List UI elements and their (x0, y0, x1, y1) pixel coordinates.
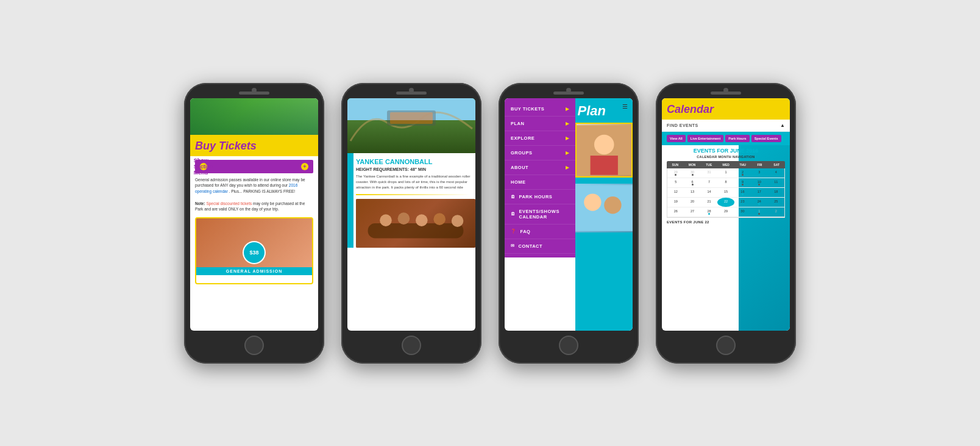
phone1-price-image: $38 (196, 218, 312, 267)
phone3-nav-contact[interactable]: ✉ CONTACT (505, 239, 575, 254)
phone-4-screen: Calendar FIND EVENTS ▲ View All Live Ent… (662, 98, 790, 331)
phone3-nav-buy-tickets[interactable]: BUY TICKETS ▶ (505, 102, 575, 117)
cal-cell[interactable]: 3 (751, 168, 767, 178)
phone1-price-card: $38 GENERAL ADMISSION (195, 217, 313, 284)
phone3-nav-home[interactable]: HOME (505, 175, 575, 190)
cal-cell[interactable]: 31 (701, 168, 717, 178)
cal-cell[interactable]: 13 (684, 188, 700, 197)
cal-cell[interactable]: 11 (768, 178, 784, 187)
cal-cell[interactable]: 27 (684, 207, 700, 217)
phone3-nav-park-hours[interactable]: 🗓 PARK HOURS (505, 190, 575, 204)
cal-cell[interactable]: 1 (717, 168, 734, 178)
phone3-nav-plan[interactable]: PLAN ▶ (505, 117, 575, 131)
phone-2: YANKEE CANNONBALL HEIGHT REQUIREMENTS: 4… (341, 83, 481, 364)
phone3-nav-faq[interactable]: ❓ FAQ (505, 225, 575, 239)
cal-cell[interactable]: 4 (768, 168, 784, 178)
cal-cell[interactable]: 10 (751, 178, 767, 187)
svg-rect-2 (368, 223, 464, 239)
cal-cell[interactable]: 15 (717, 188, 734, 197)
phone4-filter-park-hours[interactable]: Park Hours (725, 135, 749, 142)
phone4-content: Calendar FIND EVENTS ▲ View All Live Ent… (662, 98, 790, 225)
svg-point-12 (584, 193, 601, 210)
events-calendar-icon: 🗓 (511, 212, 516, 216)
phone3-nav-events-calendar[interactable]: 🗓 EVENTS/SHOWS CALENDAR (505, 204, 575, 225)
phone4-filter-buttons: View All Live Entertainment Park Hours S… (662, 132, 790, 145)
cal-cell[interactable]: 17 (751, 188, 767, 197)
phone4-events-for-label: EVENTS FOR JUNE 22 (662, 218, 790, 225)
cal-cell[interactable]: 30 (734, 207, 751, 217)
svg-rect-1 (390, 112, 433, 124)
cal-cell[interactable]: 25 (768, 198, 784, 207)
cal-cell[interactable]: 24 (751, 198, 767, 207)
phone1-price-circle: $38 (243, 241, 266, 264)
phone4-cal-nav-label: CALENDAR MONTH NAVIGATION (662, 155, 790, 161)
phone4-home-button[interactable] (716, 336, 736, 355)
phone-camera-1 (252, 88, 257, 93)
phone2-home-button[interactable] (402, 336, 421, 355)
phone4-calendar: SUN MON TUE WED THU FRI SAT 29 (667, 161, 785, 218)
cal-cell[interactable]: 8 (717, 178, 734, 187)
phone1-discounted-tickets-link[interactable]: Special discounted tickets (206, 201, 252, 206)
cal-cell[interactable]: 12 (667, 188, 684, 197)
contact-icon: ✉ (511, 243, 515, 248)
phone1-section-menu-btn[interactable]: Show Section Menu + (195, 160, 313, 173)
cal-cell[interactable]: 14 (701, 188, 717, 197)
svg-point-6 (433, 213, 446, 225)
phone1-admission-label: GENERAL ADMISSION (196, 267, 312, 275)
cal-cell[interactable]: 23 (734, 198, 751, 207)
svg-point-13 (604, 196, 621, 214)
cal-cell[interactable]: 9 (734, 178, 751, 187)
cal-cell[interactable]: 19 (667, 198, 684, 207)
phone4-calendar-header: SUN MON TUE WED THU FRI SAT (667, 161, 785, 168)
phone1-top-image (190, 98, 318, 135)
svg-point-5 (416, 214, 428, 226)
cal-cell[interactable]: 6 (684, 178, 700, 187)
phone4-filter-special-events[interactable]: Special Events (751, 135, 781, 142)
cal-cell[interactable]: 21 (701, 198, 717, 207)
phone4-day-fri: FRI (751, 161, 769, 168)
cal-cell[interactable]: 7 (701, 178, 717, 187)
cal-cell[interactable]: 16 (734, 188, 751, 197)
phone2-ride-title: YANKEE CANNONBALL (356, 158, 470, 165)
phone-2-screen: YANKEE CANNONBALL HEIGHT REQUIREMENTS: 4… (347, 98, 475, 331)
phone3-nav-about[interactable]: ABOUT ▶ (505, 160, 575, 175)
phone1-header: Buy Tickets (190, 135, 318, 156)
svg-rect-11 (575, 185, 633, 231)
phone3-nav-explore[interactable]: EXPLORE ▶ (505, 131, 575, 146)
cal-cell[interactable]: 29 (717, 207, 734, 217)
svg-point-7 (452, 215, 464, 227)
faq-icon: ❓ (511, 229, 517, 234)
cal-cell[interactable]: 2 (734, 168, 751, 178)
cal-cell[interactable]: 1 (751, 207, 767, 217)
phone4-filter-live-entertainment[interactable]: Live Entertainment (687, 135, 724, 142)
phone3-nav-groups[interactable]: GROUPS ▶ (505, 146, 575, 160)
phone4-day-thu: THU (734, 161, 751, 168)
cal-cell[interactable]: 5 (667, 178, 684, 187)
phone-camera-4 (723, 88, 728, 93)
cal-cell[interactable]: 2 (768, 207, 784, 217)
phone4-find-events-dropdown[interactable]: FIND EVENTS ▲ (662, 120, 790, 132)
phone1-price-value: $38 (244, 242, 265, 263)
phone3-home-button[interactable] (559, 336, 578, 355)
phone1-home-button[interactable] (244, 336, 264, 355)
phone4-filter-view-all[interactable]: View All (667, 135, 686, 142)
cal-cell[interactable]: 29 (667, 168, 684, 178)
phone2-height-req: HEIGHT REQUIREMENTS: 48" MIN (356, 167, 470, 171)
phone1-top-overlay (190, 98, 318, 135)
cal-cell[interactable]: 30 (684, 168, 700, 178)
table-row: 19 20 21 22 23 24 25 (667, 198, 784, 207)
phone-camera-3 (566, 88, 571, 93)
phone2-ride-image (347, 98, 475, 153)
phone1-section-plus-icon: + (301, 163, 308, 170)
park-hours-icon: 🗓 (511, 195, 516, 199)
svg-point-9 (594, 134, 614, 154)
cal-cell[interactable]: 20 (684, 198, 700, 207)
cal-cell[interactable]: 26 (667, 207, 684, 217)
phone-3-screen: BUY TICKETS ▶ PLAN ▶ EXPLORE ▶ GROUPS (505, 98, 633, 331)
table-row: 26 27 28 29 30 1 2 (667, 207, 784, 217)
cal-cell[interactable]: 18 (768, 188, 784, 197)
phone-4: Calendar FIND EVENTS ▲ View All Live Ent… (656, 83, 796, 364)
cal-cell-today[interactable]: 22 (717, 198, 734, 207)
cal-cell[interactable]: 28 (701, 207, 717, 217)
phone4-events-title: EVENTS FOR JUNE 2016 (662, 145, 790, 155)
